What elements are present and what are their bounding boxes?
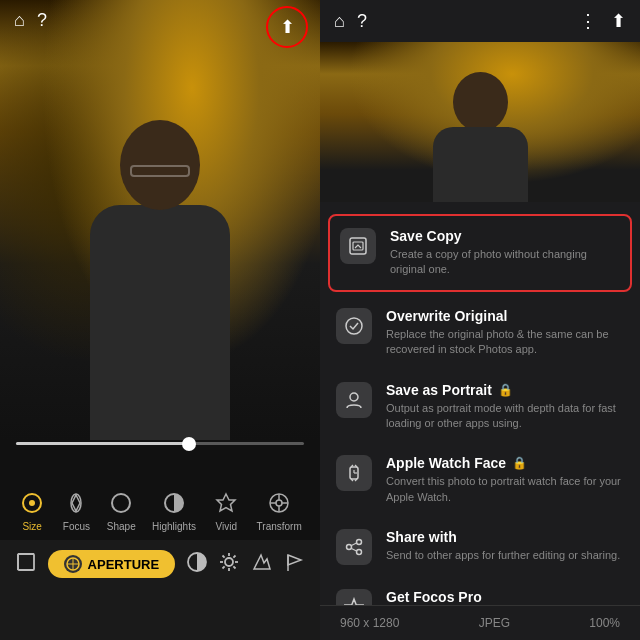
transform-label: Transform bbox=[257, 521, 302, 532]
watch-face-title: Apple Watch Face 🔒 bbox=[386, 455, 624, 471]
aperture-label: APERTURE bbox=[88, 557, 160, 572]
aperture-button[interactable]: APERTURE bbox=[48, 550, 176, 578]
aperture-logo-icon bbox=[64, 555, 82, 573]
shape-label: Shape bbox=[107, 521, 136, 532]
portrait-icon bbox=[336, 382, 372, 418]
menu-item-overwrite[interactable]: Overwrite Original Replace the original … bbox=[320, 296, 640, 370]
light-icon[interactable] bbox=[218, 551, 240, 578]
shape-icon bbox=[107, 489, 135, 517]
share-icon[interactable]: ⬆ bbox=[280, 16, 295, 38]
share-icon-circle: ⬆ bbox=[266, 6, 308, 48]
svg-marker-28 bbox=[288, 555, 301, 565]
right-person-silhouette bbox=[420, 72, 540, 202]
share-title: Share with bbox=[386, 529, 624, 545]
menu-item-portrait[interactable]: Save as Portrait 🔒 Output as portrait mo… bbox=[320, 370, 640, 444]
right-help-icon[interactable]: ? bbox=[357, 11, 367, 32]
more-icon[interactable]: ⋮ bbox=[579, 10, 597, 32]
svg-point-32 bbox=[346, 318, 362, 334]
save-copy-text: Save Copy Create a copy of photo without… bbox=[390, 228, 620, 278]
highlights-icon bbox=[160, 489, 188, 517]
svg-rect-30 bbox=[350, 238, 366, 254]
effect-icon[interactable] bbox=[250, 551, 272, 578]
crop-icon[interactable] bbox=[15, 551, 37, 578]
svg-point-3 bbox=[112, 494, 130, 512]
person-silhouette bbox=[70, 120, 250, 440]
left-nav-icons: ⌂ ? bbox=[14, 10, 47, 31]
save-copy-icon bbox=[340, 228, 376, 264]
tool-highlights[interactable]: Highlights bbox=[152, 489, 196, 532]
save-copy-title: Save Copy bbox=[390, 228, 620, 244]
person-glasses bbox=[130, 165, 190, 177]
tool-toolbar: Size Focus Shape bbox=[0, 481, 320, 540]
svg-point-41 bbox=[357, 540, 362, 545]
svg-rect-31 bbox=[353, 242, 363, 250]
svg-point-42 bbox=[347, 545, 352, 550]
menu-list: Save Copy Create a copy of photo without… bbox=[320, 202, 640, 605]
watch-face-desc: Convert this photo to portrait watch fac… bbox=[386, 474, 624, 505]
person-head bbox=[120, 120, 200, 210]
vivid-label: Vivid bbox=[216, 521, 238, 532]
watch-face-lock-icon: 🔒 bbox=[512, 456, 527, 470]
size-label: Size bbox=[22, 521, 41, 532]
slider-fill bbox=[16, 442, 189, 445]
svg-line-45 bbox=[352, 549, 357, 552]
right-header: ⌂ ? ⋮ ⬆ bbox=[320, 0, 640, 42]
overwrite-title: Overwrite Original bbox=[386, 308, 624, 324]
slider-container bbox=[0, 442, 320, 445]
slider-track[interactable] bbox=[16, 442, 304, 445]
portrait-lock-icon: 🔒 bbox=[498, 383, 513, 397]
overwrite-text: Overwrite Original Replace the original … bbox=[386, 308, 624, 358]
left-header: ⌂ ? ⬆ bbox=[0, 0, 320, 41]
save-copy-desc: Create a copy of photo without changing … bbox=[390, 247, 620, 278]
bottom-tools: APERTURE bbox=[0, 540, 320, 584]
svg-point-7 bbox=[276, 500, 282, 506]
overwrite-icon bbox=[336, 308, 372, 344]
slider-thumb[interactable] bbox=[182, 437, 196, 451]
right-share-icon[interactable]: ⬆ bbox=[611, 10, 626, 32]
svg-line-44 bbox=[352, 543, 357, 546]
portrait-desc: Output as portrait mode with depth data … bbox=[386, 401, 624, 432]
watch-face-icon bbox=[336, 455, 372, 491]
home-icon[interactable]: ⌂ bbox=[14, 10, 25, 31]
portrait-text: Save as Portrait 🔒 Output as portrait mo… bbox=[386, 382, 624, 432]
right-home-icon[interactable]: ⌂ bbox=[334, 11, 345, 32]
tool-shape[interactable]: Shape bbox=[107, 489, 136, 532]
svg-line-27 bbox=[222, 566, 224, 568]
focos-pro-title: Get Focos Pro bbox=[386, 589, 624, 605]
tool-vivid[interactable]: Vivid bbox=[212, 489, 240, 532]
tool-transform[interactable]: Transform bbox=[257, 489, 302, 532]
vivid-icon bbox=[212, 489, 240, 517]
flag-icon[interactable] bbox=[283, 551, 305, 578]
footer-quality: 100% bbox=[589, 616, 620, 630]
svg-marker-5 bbox=[217, 494, 235, 511]
focus-icon bbox=[62, 489, 90, 517]
transform-icon bbox=[265, 489, 293, 517]
menu-item-watch-face[interactable]: Apple Watch Face 🔒 Convert this photo to… bbox=[320, 443, 640, 517]
right-head bbox=[453, 72, 508, 132]
svg-point-43 bbox=[357, 550, 362, 555]
right-action-icons: ⋮ ⬆ bbox=[579, 10, 626, 32]
left-panel: ⌂ ? ⬆ Siz bbox=[0, 0, 320, 640]
watch-face-text: Apple Watch Face 🔒 Convert this photo to… bbox=[386, 455, 624, 505]
menu-item-focos-pro[interactable]: Get Focos Pro Use all functions and effe… bbox=[320, 577, 640, 605]
overwrite-desc: Replace the original photo & the same ca… bbox=[386, 327, 624, 358]
tool-size[interactable]: Size bbox=[18, 489, 46, 532]
menu-item-share[interactable]: Share with Send to other apps for furthe… bbox=[320, 517, 640, 577]
menu-item-save-copy[interactable]: Save Copy Create a copy of photo without… bbox=[328, 214, 632, 292]
right-nav-icons: ⌂ ? bbox=[334, 11, 367, 32]
tone-icon[interactable] bbox=[186, 551, 208, 578]
size-icon bbox=[18, 489, 46, 517]
svg-line-25 bbox=[233, 566, 235, 568]
svg-marker-46 bbox=[346, 599, 363, 605]
svg-point-33 bbox=[350, 393, 358, 401]
focos-pro-text: Get Focos Pro Use all functions and effe… bbox=[386, 589, 624, 605]
help-icon[interactable]: ? bbox=[37, 10, 47, 31]
focos-pro-icon bbox=[336, 589, 372, 605]
tool-focus[interactable]: Focus bbox=[62, 489, 90, 532]
share-text: Share with Send to other apps for furthe… bbox=[386, 529, 624, 563]
share-with-icon bbox=[336, 529, 372, 565]
share-desc: Send to other apps for further editing o… bbox=[386, 548, 624, 563]
footer-resolution: 960 x 1280 bbox=[340, 616, 399, 630]
right-body bbox=[433, 127, 528, 202]
focus-label: Focus bbox=[63, 521, 90, 532]
